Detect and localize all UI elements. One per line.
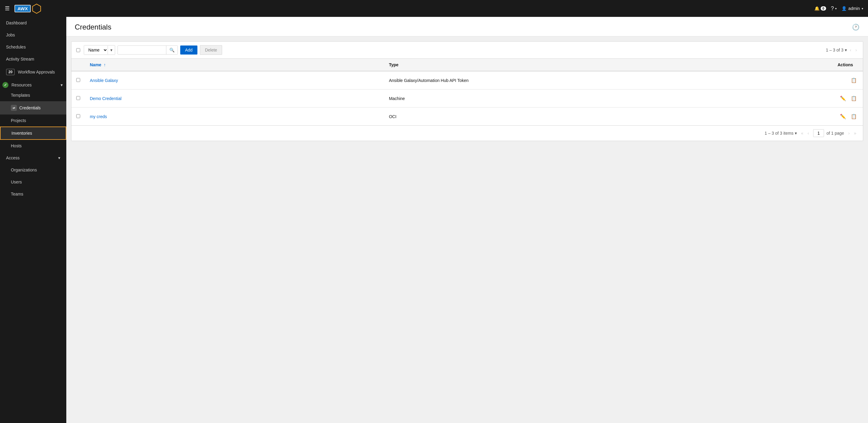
sidebar-item-activity-stream[interactable]: Activity Stream (0, 53, 66, 65)
col-header-check (71, 59, 85, 71)
templates-label: Templates (11, 93, 30, 98)
footer-pagination-arrows: « ‹ (799, 130, 811, 136)
edit-icon-2[interactable]: ✏️ (839, 94, 847, 102)
sidebar-item-organizations[interactable]: Organizations (0, 164, 66, 176)
col-header-name[interactable]: Name ↑ (85, 59, 384, 71)
copy-icon-3[interactable]: 📋 (849, 112, 858, 121)
search-input-wrapper: 🔍 (118, 45, 178, 55)
prev-page-button[interactable]: ‹ (849, 47, 852, 53)
filter-select-wrapper: Name ▾ (84, 45, 115, 55)
user-menu-button[interactable]: 👤 admin ▾ (841, 6, 863, 11)
footer-prev-page-button[interactable]: ‹ (806, 130, 811, 136)
col-header-actions: Actions (833, 59, 863, 71)
inventories-label: Inventories (11, 131, 32, 136)
sidebar-item-hosts[interactable]: Hosts (0, 140, 66, 152)
page-title: Credentials (75, 23, 111, 31)
sidebar-item-inventories[interactable]: Inventories (0, 127, 66, 140)
resources-status-icon: ✓ (2, 82, 8, 88)
table-row: Ansible GalaxyAnsible Galaxy/Automation … (71, 71, 863, 90)
table-row: my credsOCI✏️📋 (71, 107, 863, 126)
sort-asc-icon: ↑ (104, 62, 106, 67)
row-checkbox-1[interactable] (76, 78, 80, 82)
access-label: Access (6, 156, 20, 160)
select-all-checkbox[interactable] (76, 48, 80, 52)
last-page-button[interactable]: » (852, 130, 858, 136)
hamburger-menu-icon[interactable]: ☰ (5, 5, 10, 12)
projects-label: Projects (11, 118, 26, 123)
activity-stream-label: Activity Stream (6, 57, 34, 61)
sidebar-item-jobs[interactable]: Jobs (0, 29, 66, 41)
first-page-button[interactable]: « (799, 130, 805, 136)
access-caret-icon: ▾ (58, 156, 60, 160)
history-icon[interactable]: 🕐 (852, 24, 860, 31)
credential-name-link-1[interactable]: Ansible Galaxy (90, 78, 118, 83)
help-icon: ? (831, 5, 834, 12)
dashboard-label: Dashboard (6, 21, 27, 25)
access-section-header[interactable]: Access ▾ (0, 152, 66, 164)
sidebar-item-users[interactable]: Users (0, 176, 66, 188)
notification-badge: 0 (821, 6, 826, 10)
credential-name-link-3[interactable]: my creds (90, 114, 107, 119)
jobs-label: Jobs (6, 33, 15, 37)
search-button[interactable]: 🔍 (166, 46, 178, 54)
workflow-approvals-label: Workflow Approvals (18, 70, 55, 74)
credential-actions-1: 📋 (833, 71, 863, 90)
page-number-input[interactable] (813, 129, 824, 137)
search-icon: 🔍 (169, 47, 175, 53)
delete-button[interactable]: Delete (200, 45, 222, 55)
logo: AWX ⬡ (14, 2, 42, 14)
table-row: Demo CredentialMachine✏️📋 (71, 90, 863, 107)
copy-icon-2[interactable]: 📋 (849, 94, 858, 102)
footer-next-arrows: › » (846, 130, 858, 136)
schedules-label: Schedules (6, 44, 26, 50)
copy-icon-1[interactable]: 📋 (849, 76, 858, 84)
users-label: Users (11, 180, 22, 184)
user-icon: 👤 (841, 6, 846, 11)
sidebar-item-credentials[interactable]: ⇄ Credentials (0, 101, 66, 115)
add-button[interactable]: Add (180, 45, 197, 55)
credential-name-link-2[interactable]: Demo Credential (90, 96, 121, 101)
sidebar-item-teams[interactable]: Teams (0, 188, 66, 200)
next-page-button[interactable]: › (854, 47, 858, 53)
edit-icon-3[interactable]: ✏️ (839, 112, 847, 121)
page-of-label: of 1 page (827, 131, 844, 136)
pagination-range[interactable]: 1 – 3 of 3 ▾ (826, 47, 846, 53)
notifications-button[interactable]: 🔔 0 (814, 6, 826, 11)
sidebar-item-schedules[interactable]: Schedules (0, 41, 66, 53)
main-content: Credentials 🕐 Name ▾ (66, 17, 868, 423)
credentials-table: Name ↑ Type Actions Ansible GalaxyAnsibl… (71, 59, 863, 125)
sidebar-item-workflow-approvals[interactable]: 20 Workflow Approvals (0, 65, 66, 79)
resources-label: Resources (11, 83, 32, 87)
footer-items-range[interactable]: 1 – 3 of 3 items ▾ (765, 131, 797, 136)
table-toolbar: Name ▾ 🔍 Add Delete (71, 41, 863, 59)
credential-type-3: OCI (384, 107, 833, 126)
resources-section-header[interactable]: Resources ▾ (10, 82, 64, 89)
help-button[interactable]: ? ▾ (831, 5, 837, 12)
sidebar: Dashboard Jobs Schedules Activity Stream… (0, 17, 66, 423)
help-caret-icon: ▾ (835, 7, 837, 10)
row-checkbox-2[interactable] (76, 96, 80, 100)
resources-caret-icon: ▾ (61, 83, 63, 87)
logo-hex-icon: ⬡ (31, 2, 42, 14)
credential-actions-2: ✏️📋 (833, 90, 863, 107)
filter-select[interactable]: Name (84, 45, 107, 55)
content-area: Name ▾ 🔍 Add Delete (66, 36, 868, 423)
footer-items-caret-icon: ▾ (795, 131, 797, 136)
bell-icon: 🔔 (814, 6, 819, 11)
filter-caret-icon[interactable]: ▾ (107, 46, 115, 54)
topbar: ☰ AWX ⬡ 🔔 0 ? ▾ 👤 admin ▾ (0, 0, 868, 17)
table-footer: 1 – 3 of 3 items ▾ « ‹ of 1 page › » (71, 125, 863, 141)
sidebar-item-dashboard[interactable]: Dashboard (0, 17, 66, 29)
workflow-approvals-badge: 20 (6, 69, 15, 75)
sidebar-item-templates[interactable]: Templates (0, 89, 66, 101)
pagination-info: 1 – 3 of 3 ▾ ‹ › (826, 47, 858, 53)
hosts-label: Hosts (11, 143, 22, 148)
user-caret-icon: ▾ (862, 7, 863, 10)
sidebar-item-projects[interactable]: Projects (0, 115, 66, 127)
credential-type-1: Ansible Galaxy/Automation Hub API Token (384, 71, 833, 90)
search-input[interactable] (118, 46, 166, 54)
organizations-label: Organizations (11, 167, 37, 172)
logo-text: AWX (14, 5, 31, 12)
footer-next-page-button[interactable]: › (846, 130, 852, 136)
row-checkbox-3[interactable] (76, 114, 80, 118)
